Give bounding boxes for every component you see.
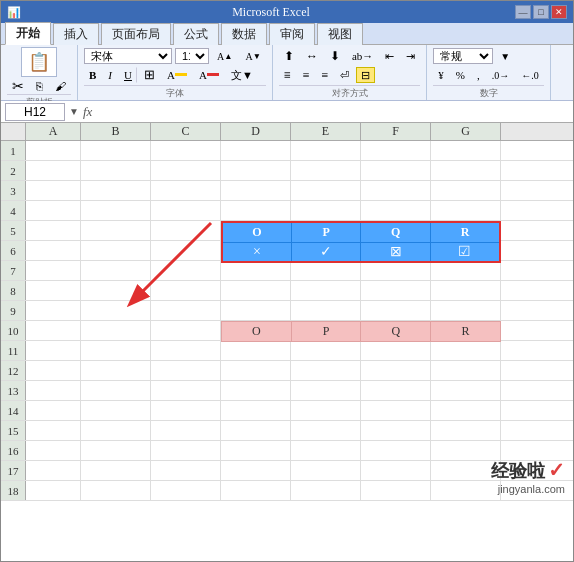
cell-D8[interactable] — [221, 281, 291, 300]
cell-F12[interactable] — [361, 361, 431, 380]
cell-D17[interactable] — [221, 461, 291, 480]
cell-B18[interactable] — [81, 481, 151, 500]
number-format-expand[interactable]: ▼ — [495, 48, 515, 64]
cell-D2[interactable] — [221, 161, 291, 180]
cell-F5[interactable] — [361, 221, 431, 240]
cell-G5[interactable] — [431, 221, 501, 240]
align-middle-button[interactable]: ↔ — [301, 48, 323, 64]
cell-C6[interactable] — [151, 241, 221, 260]
cell-F15[interactable] — [361, 421, 431, 440]
col-header-A[interactable]: A — [26, 123, 81, 140]
cell-G15[interactable] — [431, 421, 501, 440]
cell-A11[interactable] — [26, 341, 81, 360]
cell-E11[interactable] — [291, 341, 361, 360]
cell-B1[interactable] — [81, 141, 151, 160]
cell-D10[interactable] — [221, 321, 291, 340]
window-controls[interactable]: — □ ✕ — [515, 5, 567, 19]
fill-color-button[interactable]: A — [162, 67, 192, 83]
increase-decimal-button[interactable]: .0→ — [487, 67, 515, 83]
border-button[interactable]: ⊞ — [139, 67, 160, 83]
cell-F1[interactable] — [361, 141, 431, 160]
outdent-button[interactable]: ⇥ — [401, 48, 420, 64]
cell-B9[interactable] — [81, 301, 151, 320]
cell-B12[interactable] — [81, 361, 151, 380]
cell-E14[interactable] — [291, 401, 361, 420]
cell-D5[interactable] — [221, 221, 291, 240]
cell-G8[interactable] — [431, 281, 501, 300]
cell-F13[interactable] — [361, 381, 431, 400]
cell-E12[interactable] — [291, 361, 361, 380]
font-increase-button[interactable]: A▲ — [212, 48, 237, 64]
cell-B5[interactable] — [81, 221, 151, 240]
cell-E16[interactable] — [291, 441, 361, 460]
cell-C13[interactable] — [151, 381, 221, 400]
cell-C9[interactable] — [151, 301, 221, 320]
cell-G6[interactable] — [431, 241, 501, 260]
align-left-button[interactable]: ≡ — [279, 67, 296, 83]
cell-C11[interactable] — [151, 341, 221, 360]
cell-D13[interactable] — [221, 381, 291, 400]
bold-button[interactable]: B — [84, 67, 101, 83]
cell-C18[interactable] — [151, 481, 221, 500]
cell-B2[interactable] — [81, 161, 151, 180]
cell-C14[interactable] — [151, 401, 221, 420]
cell-E1[interactable] — [291, 141, 361, 160]
paste-button[interactable]: 📋 — [21, 47, 57, 77]
cell-F18[interactable] — [361, 481, 431, 500]
cell-A9[interactable] — [26, 301, 81, 320]
cell-F16[interactable] — [361, 441, 431, 460]
cell-F8[interactable] — [361, 281, 431, 300]
indent-button[interactable]: ⇤ — [380, 48, 399, 64]
cut-button[interactable]: ✂ — [7, 79, 29, 93]
wrap-text-button[interactable]: ⏎ — [335, 67, 354, 83]
cell-E4[interactable] — [291, 201, 361, 220]
cell-C5[interactable] — [151, 221, 221, 240]
cell-B4[interactable] — [81, 201, 151, 220]
cell-C16[interactable] — [151, 441, 221, 460]
cell-E8[interactable] — [291, 281, 361, 300]
cell-B15[interactable] — [81, 421, 151, 440]
font-color-button[interactable]: A — [194, 67, 224, 83]
underline-button[interactable]: U — [119, 67, 137, 83]
cell-F7[interactable] — [361, 261, 431, 280]
cell-C3[interactable] — [151, 181, 221, 200]
cell-A12[interactable] — [26, 361, 81, 380]
cell-D7[interactable] — [221, 261, 291, 280]
cell-A6[interactable] — [26, 241, 81, 260]
cell-G2[interactable] — [431, 161, 501, 180]
cell-G11[interactable] — [431, 341, 501, 360]
cell-A2[interactable] — [26, 161, 81, 180]
cell-F17[interactable] — [361, 461, 431, 480]
thousands-button[interactable]: , — [472, 67, 485, 83]
cell-A8[interactable] — [26, 281, 81, 300]
col-header-B[interactable]: B — [81, 123, 151, 140]
cell-C12[interactable] — [151, 361, 221, 380]
cell-A14[interactable] — [26, 401, 81, 420]
cell-D11[interactable] — [221, 341, 291, 360]
cell-C2[interactable] — [151, 161, 221, 180]
cell-D14[interactable] — [221, 401, 291, 420]
cell-reference-input[interactable] — [5, 103, 65, 121]
cell-C17[interactable] — [151, 461, 221, 480]
cell-G4[interactable] — [431, 201, 501, 220]
copy-button[interactable]: ⎘ — [31, 79, 48, 93]
text-direction-button[interactable]: ab→ — [347, 48, 378, 64]
col-header-F[interactable]: F — [361, 123, 431, 140]
cell-F6[interactable] — [361, 241, 431, 260]
cell-G12[interactable] — [431, 361, 501, 380]
font-name-select[interactable]: 宋体 — [84, 48, 172, 64]
cell-B10[interactable] — [81, 321, 151, 340]
cell-D18[interactable] — [221, 481, 291, 500]
cell-D4[interactable] — [221, 201, 291, 220]
tab-start[interactable]: 开始 — [5, 22, 51, 45]
cell-B14[interactable] — [81, 401, 151, 420]
cell-C4[interactable] — [151, 201, 221, 220]
cell-F4[interactable] — [361, 201, 431, 220]
cell-F9[interactable] — [361, 301, 431, 320]
cell-E5[interactable] — [291, 221, 361, 240]
close-button[interactable]: ✕ — [551, 5, 567, 19]
tab-layout[interactable]: 页面布局 — [101, 23, 171, 45]
formula-bar-dropdown[interactable]: ▼ — [69, 106, 79, 117]
cell-F14[interactable] — [361, 401, 431, 420]
col-header-G[interactable]: G — [431, 123, 501, 140]
